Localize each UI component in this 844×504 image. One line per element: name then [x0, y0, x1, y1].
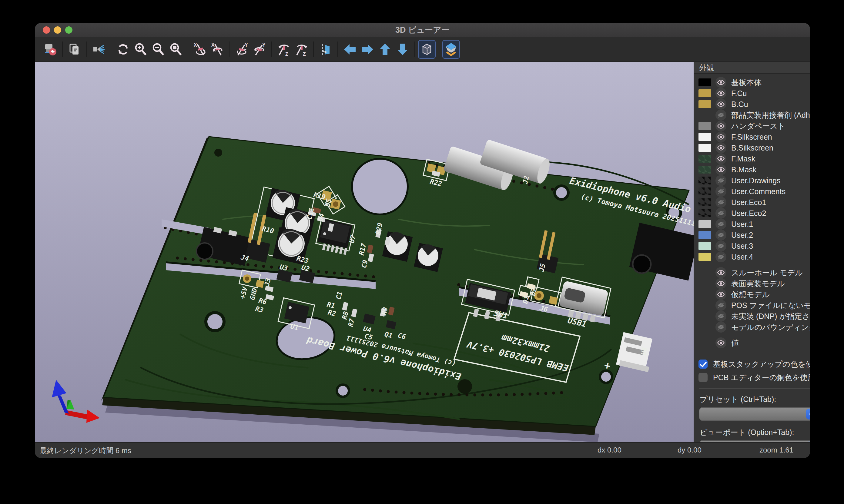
layer-row[interactable]: B.Silkscreen — [694, 142, 810, 153]
rotate-z-ccw-button[interactable]: Z — [275, 40, 293, 59]
copy-image-button[interactable] — [66, 40, 83, 59]
svg-text:Z: Z — [303, 52, 306, 56]
layer-row[interactable]: User.1 — [694, 219, 810, 230]
layer-color-swatch[interactable] — [699, 253, 711, 261]
refresh-view-button[interactable] — [114, 40, 132, 59]
refresh-icon — [116, 42, 130, 56]
use-stackup-colors-checkbox[interactable] — [699, 360, 708, 368]
layer-row[interactable]: 基板本体 — [694, 77, 810, 88]
zoom-in-button[interactable] — [132, 40, 150, 59]
flip-board-button[interactable] — [317, 40, 334, 59]
use-pcb-editor-copper-option[interactable]: PCB エディターの銅色を使用 — [699, 371, 810, 384]
pan-down-button[interactable] — [394, 40, 411, 59]
visibility-eye-icon[interactable] — [716, 186, 726, 197]
layer-color-swatch[interactable] — [699, 166, 711, 174]
layer-color-swatch[interactable] — [699, 78, 711, 86]
layer-row[interactable]: POS ファイルにないモ — [694, 300, 810, 311]
layer-row[interactable]: F.Mask — [694, 153, 810, 164]
visibility-eye-icon[interactable] — [716, 337, 726, 348]
window-title: 3D ビューアー — [35, 23, 810, 37]
layer-row[interactable]: スルーホール モデル — [694, 267, 810, 278]
3d-viewport[interactable]: Exidiophone v6.0 Audio Board (c) Tomoya … — [35, 62, 694, 442]
layer-color-swatch[interactable] — [699, 89, 711, 97]
pan-left-button[interactable] — [341, 40, 359, 59]
visibility-eye-icon[interactable] — [716, 142, 726, 153]
pan-right-button[interactable] — [359, 40, 376, 59]
layer-color-swatch[interactable] — [699, 242, 711, 250]
visibility-eye-icon[interactable] — [716, 219, 726, 230]
layer-row[interactable]: B.Cu — [694, 99, 810, 110]
render-options-button[interactable] — [90, 40, 108, 59]
visibility-eye-icon[interactable] — [716, 88, 726, 99]
dropdown-stepper-icon[interactable] — [806, 409, 810, 419]
visibility-eye-icon[interactable] — [716, 251, 726, 262]
layer-color-swatch[interactable] — [699, 231, 711, 239]
visibility-eye-icon[interactable] — [716, 267, 726, 278]
layer-row[interactable]: 値 — [694, 337, 810, 348]
layer-row[interactable]: User.Comments — [694, 186, 810, 197]
visibility-eye-icon[interactable] — [716, 164, 726, 175]
layer-row[interactable]: モデルのバウンディング — [694, 322, 810, 332]
zoom-to-fit-button[interactable] — [167, 40, 185, 59]
visibility-eye-icon[interactable] — [716, 99, 726, 110]
layer-color-swatch[interactable] — [699, 133, 711, 141]
visibility-eye-icon[interactable] — [716, 311, 726, 322]
viewport-label: ビューポート (Option+Tab): — [699, 425, 810, 440]
layer-row[interactable]: F.Silkscreen — [694, 131, 810, 142]
preset-dropdown[interactable] — [699, 408, 810, 421]
rotate-y-cw-button[interactable]: Y — [251, 40, 268, 59]
layer-color-swatch[interactable] — [699, 144, 711, 152]
layer-row[interactable]: User.2 — [694, 230, 810, 240]
visibility-eye-icon[interactable] — [716, 300, 726, 311]
render-options-icon — [92, 42, 106, 56]
layer-row[interactable]: User.Eco1 — [694, 197, 810, 208]
show-appearance-manager-toggle[interactable] — [442, 40, 460, 59]
visibility-eye-icon[interactable] — [716, 197, 726, 208]
layer-row[interactable]: User.Drawings — [694, 175, 810, 186]
layer-color-swatch[interactable] — [699, 155, 711, 163]
layer-color-swatch[interactable] — [699, 220, 711, 228]
use-pcb-editor-copper-checkbox[interactable] — [699, 373, 708, 382]
layer-row[interactable]: 仮想モデル — [694, 289, 810, 300]
layer-color-swatch[interactable] — [699, 187, 711, 195]
layer-color-swatch[interactable] — [699, 209, 711, 217]
rotate-y-ccw-button[interactable]: Y — [233, 40, 251, 59]
visibility-eye-icon[interactable] — [716, 322, 726, 332]
use-stackup-colors-option[interactable]: 基板スタックアップの色を使用 — [699, 357, 810, 371]
orthographic-projection-toggle[interactable] — [418, 40, 436, 59]
layer-row[interactable]: F.Cu — [694, 88, 810, 99]
layer-row[interactable]: User.4 — [694, 251, 810, 262]
layer-list: 基板本体 F.Cu B.Cu 部品実装用接着剤 (Adh ハンダペースト F.S… — [694, 74, 810, 355]
visibility-eye-icon[interactable] — [716, 121, 726, 131]
visibility-eye-icon[interactable] — [716, 208, 726, 219]
layer-row[interactable]: 部品実装用接着剤 (Adh — [694, 110, 810, 121]
title-bar[interactable]: 3D ビューアー — [35, 23, 810, 37]
layer-color-swatch[interactable] — [699, 122, 711, 130]
layer-color-swatch[interactable] — [699, 100, 711, 108]
visibility-eye-icon[interactable] — [716, 153, 726, 164]
rotate-y-ccw-icon: Y — [235, 42, 249, 56]
visibility-eye-icon[interactable] — [716, 110, 726, 121]
layer-row[interactable]: 未実装 (DNP) が指定さ — [694, 311, 810, 322]
layer-row[interactable]: 表面実装モデル — [694, 278, 810, 289]
layer-color-swatch[interactable] — [699, 198, 711, 206]
zoom-out-button[interactable] — [150, 40, 167, 59]
rotate-x-cw-button[interactable]: X — [209, 40, 226, 59]
layer-row[interactable]: User.3 — [694, 240, 810, 251]
layer-row[interactable]: B.Mask — [694, 164, 810, 175]
visibility-eye-icon[interactable] — [716, 278, 726, 289]
visibility-eye-icon[interactable] — [716, 77, 726, 88]
rotate-z-cw-button[interactable]: Z — [293, 40, 310, 59]
rotate-x-ccw-button[interactable]: X — [191, 40, 209, 59]
svg-text:X: X — [211, 42, 214, 48]
layer-color-swatch[interactable] — [699, 177, 711, 184]
visibility-eye-icon[interactable] — [716, 175, 726, 186]
export-board-image-button[interactable] — [41, 40, 59, 59]
visibility-eye-icon[interactable] — [716, 289, 726, 300]
pan-up-button[interactable] — [376, 40, 394, 59]
visibility-eye-icon[interactable] — [716, 230, 726, 240]
layer-row[interactable]: ハンダペースト — [694, 121, 810, 131]
layer-row[interactable]: User.Eco2 — [694, 208, 810, 219]
visibility-eye-icon[interactable] — [716, 240, 726, 251]
visibility-eye-icon[interactable] — [716, 131, 726, 142]
